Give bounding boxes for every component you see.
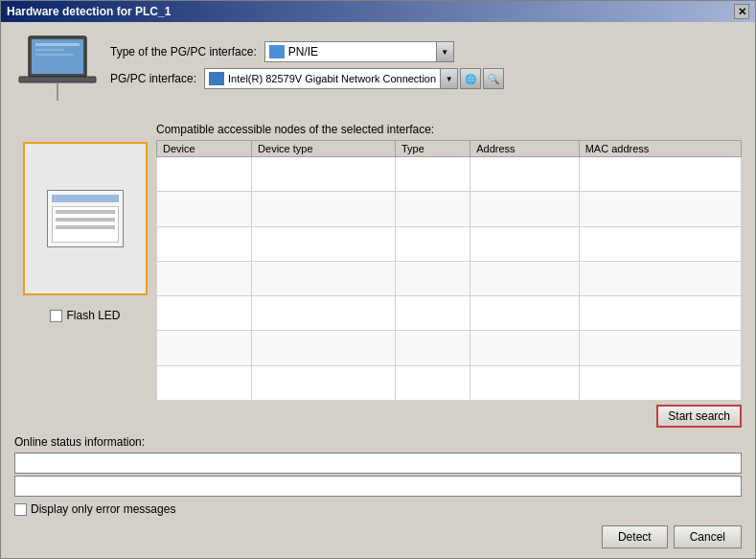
main-area: Flash LED Compatible accessible nodes of… bbox=[14, 123, 742, 428]
bottom-buttons: Detect Cancel bbox=[14, 525, 742, 548]
pg-pc-type-dropdown-btn[interactable]: ▼ bbox=[437, 41, 454, 62]
device-thumbnail bbox=[47, 190, 124, 247]
pg-pc-interface-select[interactable]: Intel(R) 82579V Gigabit Network Connecti… bbox=[204, 68, 441, 89]
table-row bbox=[157, 192, 742, 226]
display-errors-checkbox[interactable] bbox=[14, 503, 27, 516]
pg-pc-interface-value: Intel(R) 82579V Gigabit Network Connecti… bbox=[228, 73, 436, 84]
col-device-type: Device type bbox=[252, 141, 396, 157]
table-row bbox=[157, 226, 742, 261]
pg-pc-interface-type-control: PN/IE ▼ bbox=[264, 41, 454, 62]
status-input-row bbox=[14, 453, 742, 497]
table-row bbox=[157, 157, 742, 192]
pg-pc-interface-type-row: Type of the PG/PC interface: PN/IE ▼ bbox=[110, 41, 742, 62]
display-errors-row: Display only error messages bbox=[14, 502, 742, 516]
thumb-line-1 bbox=[56, 210, 115, 214]
status-input-2 bbox=[14, 476, 742, 497]
col-mac-address: MAC address bbox=[579, 141, 741, 157]
laptop-icon-area bbox=[14, 32, 110, 111]
table-row bbox=[157, 261, 742, 295]
pg-pc-interface-control: Intel(R) 82579V Gigabit Network Connecti… bbox=[204, 68, 504, 89]
interface-form: Type of the PG/PC interface: PN/IE ▼ PG/… bbox=[110, 32, 742, 95]
table-header-row: Device Device type Type Address MAC addr… bbox=[157, 141, 742, 157]
detect-button[interactable]: Detect bbox=[602, 525, 668, 548]
col-type: Type bbox=[395, 141, 470, 157]
cancel-button[interactable]: Cancel bbox=[674, 525, 742, 548]
thumb-line-3 bbox=[56, 225, 115, 229]
start-search-row: Start search bbox=[156, 405, 742, 428]
bottom-section: Online status information: Display only … bbox=[14, 435, 742, 516]
pg-pc-interface-label: PG/PC interface: bbox=[110, 72, 196, 85]
close-button[interactable]: ✕ bbox=[734, 4, 749, 19]
left-panel: Flash LED bbox=[14, 123, 156, 428]
title-bar: Hardware detection for PLC_1 ✕ bbox=[1, 1, 755, 22]
interface-network-icon bbox=[209, 72, 224, 85]
main-window: Hardware detection for PLC_1 ✕ bbox=[0, 0, 756, 559]
svg-rect-2 bbox=[35, 43, 80, 46]
laptop-svg bbox=[14, 32, 101, 108]
dialog-content: Type of the PG/PC interface: PN/IE ▼ PG/… bbox=[1, 22, 755, 558]
col-address: Address bbox=[470, 141, 579, 157]
device-lines bbox=[56, 210, 115, 239]
flash-led-checkbox[interactable] bbox=[50, 310, 62, 322]
table-body bbox=[157, 157, 742, 401]
col-device: Device bbox=[157, 141, 252, 157]
device-preview-box bbox=[23, 142, 148, 295]
svg-rect-5 bbox=[19, 77, 96, 82]
interface-search-btn[interactable]: 🔍 bbox=[483, 68, 504, 89]
pg-pc-interface-row: PG/PC interface: Intel(R) 82579V Gigabit… bbox=[110, 68, 742, 89]
display-errors-label: Display only error messages bbox=[31, 502, 175, 516]
svg-rect-4 bbox=[35, 54, 74, 56]
start-search-button[interactable]: Start search bbox=[656, 405, 742, 428]
right-panel: Compatible accessible nodes of the selec… bbox=[156, 123, 742, 428]
table-row bbox=[157, 365, 742, 400]
svg-rect-3 bbox=[35, 49, 64, 51]
interface-dropdown-btn[interactable]: ▼ bbox=[441, 68, 458, 89]
status-input-1 bbox=[14, 453, 742, 474]
table-label: Compatible accessible nodes of the selec… bbox=[156, 123, 742, 136]
flash-led-row: Flash LED bbox=[50, 309, 120, 322]
flash-led-label: Flash LED bbox=[66, 309, 120, 322]
table-row bbox=[157, 331, 742, 365]
pg-pc-type-select[interactable]: PN/IE bbox=[264, 41, 437, 62]
table-row bbox=[157, 296, 742, 331]
top-section: Type of the PG/PC interface: PN/IE ▼ PG/… bbox=[14, 32, 742, 111]
window-title: Hardware detection for PLC_1 bbox=[7, 5, 171, 18]
nodes-table: Device Device type Type Address MAC addr… bbox=[156, 140, 742, 401]
pg-pc-interface-type-label: Type of the PG/PC interface: bbox=[110, 45, 257, 58]
pg-pc-type-value: PN/IE bbox=[288, 45, 318, 58]
network-icon bbox=[269, 45, 285, 58]
online-status-label: Online status information: bbox=[14, 435, 742, 449]
interface-globe-btn[interactable]: 🌐 bbox=[460, 68, 481, 89]
thumb-line-2 bbox=[56, 218, 115, 221]
